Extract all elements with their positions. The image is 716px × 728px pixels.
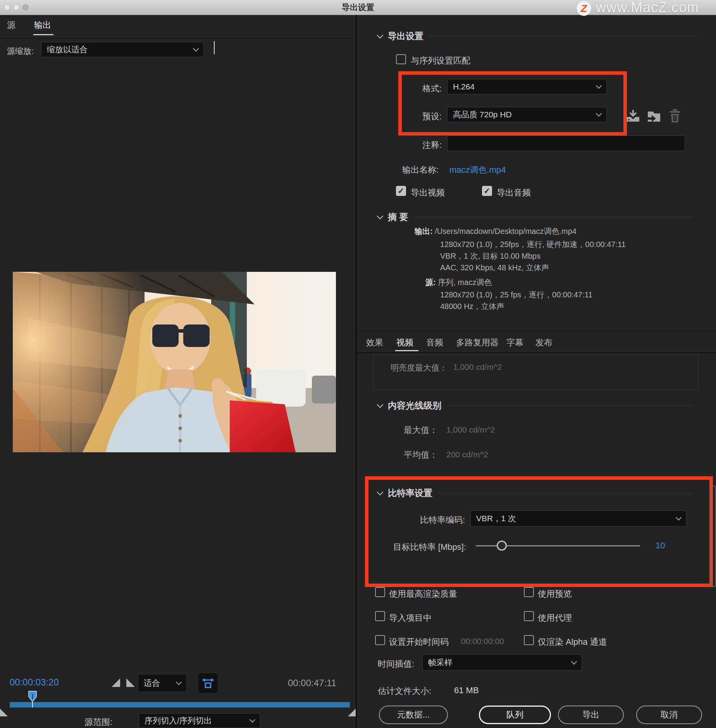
use-previews-checkbox[interactable] [524, 587, 534, 597]
timeline-range-handle-right[interactable] [348, 709, 356, 716]
crop-button[interactable] [198, 673, 218, 693]
import-preset-icon[interactable] [646, 109, 662, 122]
chevron-down-icon [571, 659, 577, 665]
estimated-size-label: 估计文件大小: [378, 685, 431, 697]
playhead[interactable] [28, 691, 38, 702]
summary-line: 48000 Hz，立体声 [440, 301, 504, 312]
summary-output-path: /Users/macdown/Desktop/macz调色.mp4 [435, 227, 577, 235]
render-alpha-only-checkbox[interactable] [524, 635, 534, 645]
set-out-point-icon[interactable] [126, 678, 135, 687]
content-light-max-label: 最大值： [387, 424, 438, 436]
summary-line: AAC, 320 Kbps, 48 kHz, 立体声 [440, 263, 549, 273]
summary-section-header[interactable]: 摘 要 [378, 211, 694, 223]
active-tab-underline [395, 350, 418, 351]
export-audio-checkbox[interactable] [482, 186, 492, 196]
content-light-avg-value: 200 cd/m^2 [446, 450, 488, 459]
source-range-select[interactable]: 序列切入/序列切出 [139, 713, 260, 728]
preset-select[interactable]: 高品质 720p HD [447, 107, 607, 122]
divider [429, 36, 697, 36]
chevron-down-icon [176, 679, 182, 685]
start-timecode-value[interactable]: 00:00:00:00 [461, 637, 504, 646]
timeline-range-handle-left[interactable] [0, 709, 8, 716]
match-sequence-checkbox[interactable] [396, 54, 406, 64]
watermark-text: www.MacZ.com [596, 0, 699, 16]
target-bitrate-value: 10 [656, 541, 665, 551]
playhead-line [32, 702, 33, 707]
crop-icon [201, 676, 215, 690]
bitrate-encoding-value: VBR，1 次 [476, 513, 516, 524]
set-in-point-icon[interactable] [112, 678, 120, 687]
chevron-down-icon [596, 111, 602, 117]
queue-button[interactable]: 队列 [479, 706, 551, 724]
chevron-down-icon [377, 213, 384, 220]
estimated-size-value: 61 MB [454, 685, 479, 695]
tab-captions[interactable]: 字幕 [506, 337, 523, 349]
timeline-track[interactable] [10, 702, 350, 707]
output-name-link[interactable]: macz调色.mp4 [449, 164, 506, 176]
format-label: 格式: [395, 83, 442, 94]
tab-output[interactable]: 输出 [34, 19, 51, 31]
comments-input[interactable] [447, 136, 685, 151]
bitrate-section-header[interactable]: 比特率设置 [378, 487, 694, 499]
chevron-down-icon [676, 515, 682, 521]
zoom-level-select[interactable]: 适合 [138, 674, 187, 692]
set-start-timecode-checkbox[interactable] [375, 635, 385, 645]
summary-source-name: 序列, macz调色 [438, 278, 492, 287]
summary-source-label: 源: [425, 278, 436, 287]
tab-source[interactable]: 源 [7, 19, 15, 31]
preset-label: 预设: [395, 111, 442, 122]
divider [357, 331, 716, 332]
export-button[interactable]: 导出 [558, 706, 624, 724]
divider [413, 217, 694, 217]
divider [447, 405, 694, 406]
content-light-section-header[interactable]: 内容光线级别 [378, 400, 694, 412]
tab-multiplexer[interactable]: 多路复用器 [456, 337, 499, 349]
time-interpolation-select[interactable]: 帧采样 [422, 654, 582, 671]
tab-effects[interactable]: 效果 [366, 337, 383, 349]
cancel-button[interactable]: 取消 [636, 706, 702, 724]
use-max-render-quality-checkbox[interactable] [375, 587, 385, 597]
divider [373, 582, 698, 582]
button-label: 队列 [506, 709, 523, 721]
metadata-button[interactable]: 元数据... [379, 706, 448, 724]
match-sequence-label: 与序列设置匹配 [411, 55, 470, 67]
source-scaling-select[interactable]: 缩放以适合 [41, 42, 204, 57]
content-light-avg-label: 平均值： [387, 449, 438, 461]
delete-preset-icon[interactable] [669, 109, 681, 123]
source-scaling-value: 缩放以适合 [47, 44, 88, 55]
panel-divider [356, 15, 357, 728]
button-label: 导出 [582, 709, 599, 721]
export-settings-section-header[interactable]: 导出设置 [378, 30, 697, 42]
summary-output-label: 输出: [415, 227, 433, 235]
bitrate-encoding-label: 比特率编码: [387, 514, 465, 526]
current-timecode[interactable]: 00:00:03:20 [10, 677, 59, 688]
format-select[interactable]: H.264 [447, 79, 607, 94]
export-video-checkbox[interactable] [396, 186, 406, 196]
comments-label: 注释: [395, 139, 442, 151]
time-interpolation-label: 时间插值: [378, 658, 414, 670]
import-into-project-checkbox[interactable] [375, 611, 385, 621]
button-label: 取消 [661, 709, 678, 721]
summary-line: 1280x720 (1.0)，25 fps，逐行，00:00:47:11 [440, 290, 592, 300]
save-preset-icon[interactable] [626, 109, 640, 122]
tab-video[interactable]: 视频 [396, 337, 413, 349]
section-title: 内容光线级别 [388, 400, 441, 412]
chevron-down-icon [377, 402, 384, 408]
tab-audio[interactable]: 音频 [426, 337, 443, 349]
luminance-max-value: 1,000 cd/m^2 [453, 362, 502, 372]
summary-line: 1280x720 (1.0)，25fps，逐行, 硬件加速，00:00:47:1… [440, 239, 626, 250]
use-proxies-checkbox[interactable] [524, 611, 534, 621]
tab-publish[interactable]: 发布 [535, 337, 552, 349]
preset-value: 高品质 720p HD [453, 109, 512, 120]
divider [438, 493, 694, 493]
section-title: 摘 要 [388, 211, 408, 223]
preview-image [13, 272, 336, 452]
use-max-render-quality-label: 使用最高渲染质量 [389, 588, 457, 600]
target-bitrate-slider-handle[interactable] [497, 541, 507, 551]
scrollbar[interactable] [711, 486, 716, 587]
use-proxies-label: 使用代理 [538, 612, 572, 624]
import-into-project-label: 导入项目中 [389, 612, 432, 624]
section-title: 导出设置 [388, 30, 423, 42]
bitrate-encoding-select[interactable]: VBR，1 次 [470, 510, 687, 527]
set-start-timecode-label: 设置开始时间码 [389, 636, 449, 648]
